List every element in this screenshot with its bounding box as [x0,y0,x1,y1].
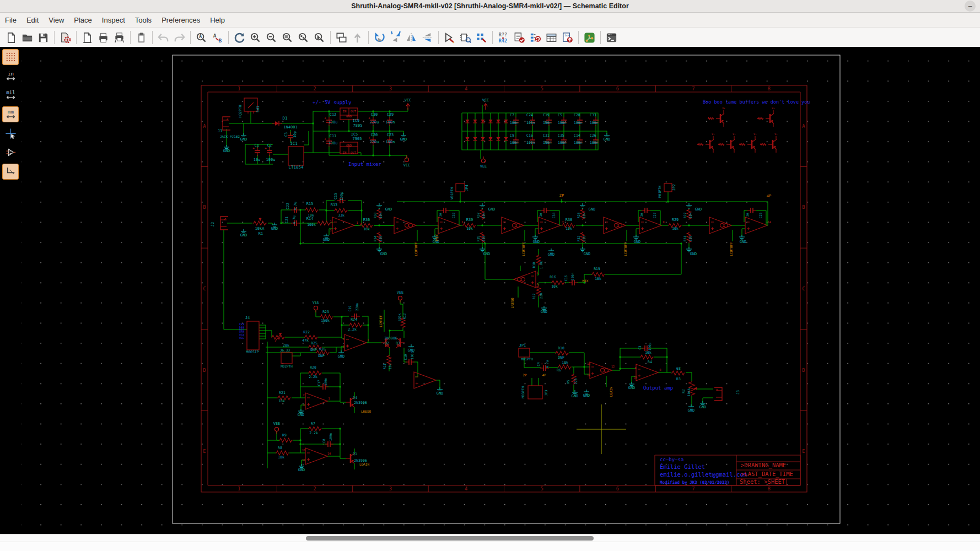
undo-button[interactable] [155,29,171,46]
units-mm-button[interactable]: mm [2,106,19,122]
svg-text:R5: R5 [566,380,570,384]
symbol-browser-button[interactable] [457,29,473,46]
mirror-vertical-button[interactable] [403,29,419,46]
save-button[interactable] [35,29,51,46]
symbol-editor-button[interactable] [441,29,457,46]
svg-text:6: 6 [342,337,344,341]
svg-text:R19: R19 [594,267,600,271]
paste-button[interactable] [133,29,149,46]
svg-text:R23: R23 [322,310,329,314]
update-symbols-button[interactable] [527,29,543,46]
svg-text:W01PTH: W01PTH [450,187,454,199]
menu-file[interactable]: File [0,14,21,26]
svg-text:14: 14 [587,374,590,377]
svg-text:3: 3 [389,486,392,491]
zoom-objects-button[interactable] [295,29,311,46]
svg-text:100n: 100n [574,141,583,145]
scripting-console-button[interactable] [604,29,620,46]
plot-button[interactable] [111,29,127,46]
svg-text:M06SIP: M06SIP [246,350,259,354]
toolbar-separator [492,31,493,44]
mirror-horizontal-button[interactable] [419,29,435,46]
schematic-drawing[interactable]: 1122334455667788AABBCCDDEEcc—by—saÉmilie… [21,47,980,534]
find-button[interactable]: A [193,29,209,46]
svg-text:M03PTH: M03PTH [521,386,525,398]
zoom-selection-button[interactable] [311,29,327,46]
svg-text:GND: GND [380,252,387,256]
zoom-in-button[interactable] [247,29,263,46]
svg-text:R35: R35 [476,235,480,241]
svg-text:100n: 100n [590,121,599,125]
svg-text:4: 4 [465,86,467,91]
hv-wires-only-button[interactable] [2,164,19,180]
svg-text:+: + [265,146,267,150]
crosshair-cursor-button[interactable] [3,126,18,141]
svg-text:2P: 2P [559,193,564,198]
svg-text:10u: 10u [254,158,261,162]
menu-edit[interactable]: Edit [21,14,44,26]
footprint-editor-button[interactable] [473,29,489,46]
menu-inspect[interactable]: Inspect [97,14,130,26]
symbol-fields-table-button[interactable] [543,29,559,46]
units-inches-button[interactable]: in [3,69,18,84]
svg-text:Boo boo lame buffers we don't: Boo boo lame buffers we don't love you [703,99,810,105]
schematic-canvas[interactable]: 1122334455667788AABBCCDDEEcc—by—saÉmilie… [21,47,980,534]
erc-button[interactable] [511,29,527,46]
svg-text:+: + [324,116,326,120]
svg-text:+: + [368,116,370,120]
svg-text:3: 3 [389,86,392,91]
minimize-button[interactable]: – [965,1,976,12]
zoom-out-button[interactable] [263,29,279,46]
svg-text:20k: 20k [283,343,289,348]
rotate-cw-button[interactable] [387,29,403,46]
rotate-ccw-button[interactable] [371,29,387,46]
zoom-fit-button[interactable] [279,29,295,46]
svg-text:C7: C7 [510,113,514,117]
svg-text:GND: GND [548,252,555,257]
svg-text:C21: C21 [284,217,289,223]
svg-text:1n: 1n [745,213,749,217]
print-button[interactable] [95,29,111,46]
generate-bom-button[interactable]: .bom [559,29,575,46]
svg-text:R31: R31 [683,235,687,241]
menu-view[interactable]: View [44,14,69,26]
redo-button[interactable] [171,29,187,46]
annotate-button[interactable]: R??R42 [496,29,511,46]
menu-place[interactable]: Place [69,14,97,26]
svg-text:220u: 220u [370,120,379,125]
page-settings-button[interactable] [79,29,95,46]
svg-text:HQ2PTH: HQ2PTH [238,105,243,118]
svg-text:7: 7 [692,486,694,491]
svg-text:GND: GND [589,207,596,212]
menu-tools[interactable]: Tools [130,14,157,26]
leave-sheet-button[interactable] [349,29,365,46]
show-grid-button[interactable] [2,49,19,65]
scrollbar-thumb[interactable] [306,536,594,541]
open-schematic-button[interactable] [19,29,35,46]
svg-text:10k: 10k [388,363,392,369]
svg-text:R34: R34 [373,235,377,241]
horizontal-scrollbar[interactable] [0,534,980,542]
svg-text:C27: C27 [653,212,656,218]
menu-preferences[interactable]: Preferences [157,14,205,26]
svg-text:DNP: DNP [310,348,317,352]
show-hidden-pins-button[interactable] [3,145,18,160]
toolbar-separator [152,31,153,44]
svg-text:C2: C2 [267,143,272,148]
find-replace-button[interactable]: AB [209,29,225,46]
pcb-editor-button[interactable] [581,29,597,46]
new-schematic-button[interactable] [3,29,19,46]
svg-text:R22: R22 [303,330,310,334]
svg-text:10k: 10k [363,227,370,231]
svg-text:OUT: OUT [351,110,357,113]
refresh-view-button[interactable] [231,29,247,46]
units-mils-button[interactable]: mil [3,88,18,102]
svg-text:LT1054: LT1054 [288,165,304,170]
svg-text:R25: R25 [311,341,317,345]
svg-text:GND: GND [338,354,345,359]
menu-help[interactable]: Help [205,14,230,26]
schematic-setup-button[interactable] [57,29,73,46]
hierarchy-navigator-button[interactable] [333,29,349,46]
svg-text:C23: C23 [387,133,394,137]
svg-text:3: 3 [303,403,304,407]
